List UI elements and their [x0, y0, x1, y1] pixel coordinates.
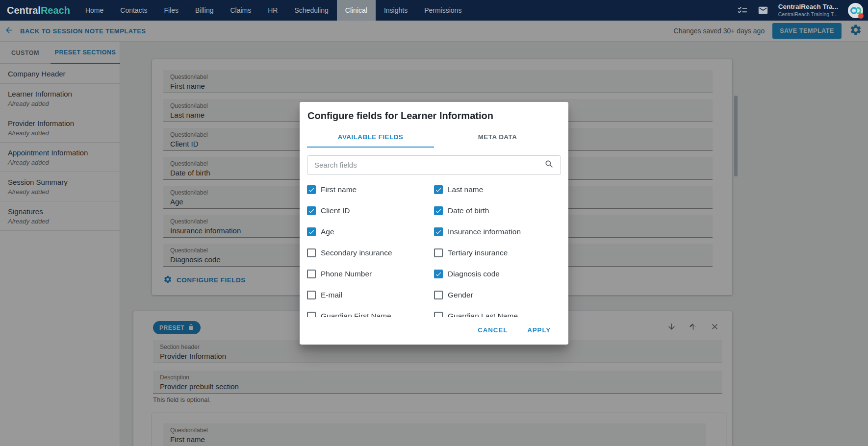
search-fields-box [307, 155, 561, 175]
available-fields-list: First name Last name Client ID Date of b… [300, 179, 568, 317]
field-option-email[interactable]: E-mail [307, 291, 434, 299]
checkbox[interactable] [434, 206, 443, 215]
cancel-button[interactable]: CANCEL [473, 322, 512, 338]
checkbox[interactable] [434, 291, 443, 299]
dialog-title: Configure fields for Learner Information [300, 102, 568, 122]
checkmark-icon [435, 271, 442, 278]
centralreach-logo[interactable]: CentralReach [7, 5, 70, 16]
checkmark-icon [435, 228, 442, 236]
checkbox[interactable] [307, 312, 316, 317]
nav-item-insights[interactable]: Insights [376, 0, 416, 21]
field-option-date-of-birth[interactable]: Date of birth [434, 206, 561, 215]
nav-item-claims[interactable]: Claims [222, 0, 259, 21]
tab-available-fields[interactable]: AVAILABLE FIELDS [307, 128, 434, 148]
checkbox[interactable] [434, 270, 443, 278]
checkbox[interactable] [307, 270, 316, 278]
checkbox[interactable] [434, 185, 443, 194]
dialog-tabs: AVAILABLE FIELDS META DATA [307, 128, 561, 148]
field-option-age[interactable]: Age [307, 227, 434, 236]
nav-item-clinical[interactable]: Clinical [337, 0, 376, 21]
top-nav: CentralReach Home Contacts Files Billing… [0, 0, 868, 21]
nav-right-cluster: CentralReach Tra... CentralReach Trainin… [737, 3, 868, 18]
field-option-first-name[interactable]: First name [307, 185, 434, 194]
checkmark-icon [308, 228, 315, 236]
checkmark-icon [308, 186, 315, 194]
user-name: CentralReach Tra... [778, 3, 838, 11]
checkmark-icon [308, 207, 315, 215]
nav-item-contacts[interactable]: Contacts [112, 0, 155, 21]
checkbox[interactable] [307, 291, 316, 299]
dialog-actions: CANCEL APPLY [300, 317, 568, 343]
user-menu[interactable]: CentralReach Tra... CentralReach Trainin… [778, 3, 838, 18]
nav-item-scheduling[interactable]: Scheduling [286, 0, 336, 21]
avatar[interactable] [848, 3, 863, 18]
nav-item-home[interactable]: Home [77, 0, 112, 21]
field-option-tertiary-insurance[interactable]: Tertiary insurance [434, 248, 561, 257]
field-option-phone-number[interactable]: Phone Number [307, 270, 434, 278]
nav-item-billing[interactable]: Billing [187, 0, 222, 21]
tasks-icon[interactable] [737, 5, 748, 16]
checkbox[interactable] [434, 312, 443, 317]
mail-icon[interactable] [758, 5, 768, 16]
field-option-insurance-information[interactable]: Insurance information [434, 227, 561, 236]
checkbox[interactable] [307, 227, 316, 236]
field-option-client-id[interactable]: Client ID [307, 206, 434, 215]
checkbox[interactable] [434, 227, 443, 236]
tab-meta-data[interactable]: META DATA [434, 128, 561, 148]
search-fields-input[interactable] [307, 161, 544, 169]
field-option-last-name[interactable]: Last name [434, 185, 561, 194]
nav-item-hr[interactable]: HR [259, 0, 286, 21]
checkbox[interactable] [307, 185, 316, 194]
checkmark-icon [435, 207, 442, 215]
notification-dot [858, 13, 864, 19]
user-organization: CentralReach Training T... [778, 11, 838, 18]
checkbox[interactable] [434, 248, 443, 257]
field-option-guardian-last-name[interactable]: Guardian Last Name [434, 312, 561, 317]
field-option-guardian-first-name[interactable]: Guardian First Name [307, 312, 434, 317]
field-option-secondary-insurance[interactable]: Secondary insurance [307, 248, 434, 257]
search-icon [544, 159, 561, 171]
apply-button[interactable]: APPLY [522, 322, 556, 338]
field-option-diagnosis-code[interactable]: Diagnosis code [434, 270, 561, 278]
checkbox[interactable] [307, 206, 316, 215]
checkmark-icon [435, 186, 442, 194]
nav-item-files[interactable]: Files [156, 0, 187, 21]
field-option-gender[interactable]: Gender [434, 291, 561, 299]
configure-fields-dialog: Configure fields for Learner Information… [300, 102, 568, 345]
checkbox[interactable] [307, 248, 316, 257]
nav-item-permissions[interactable]: Permissions [416, 0, 470, 21]
